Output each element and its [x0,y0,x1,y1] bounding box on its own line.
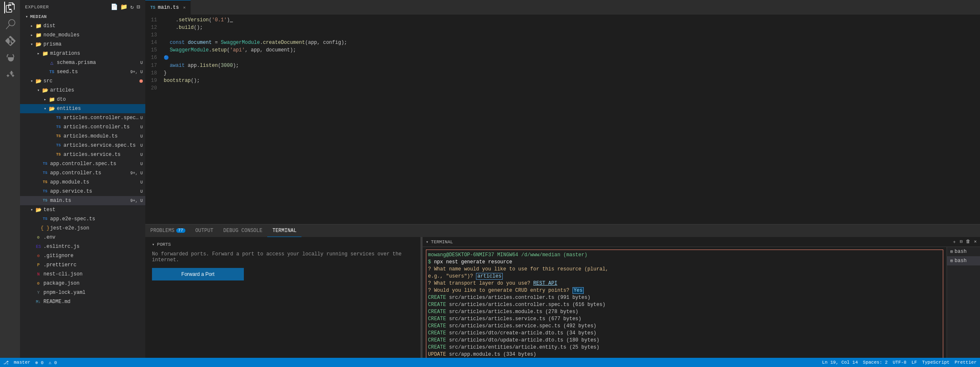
sidebar-item-prisma[interactable]: ▾ 📂 prisma [20,40,145,49]
terminal-create: CREATE [428,337,449,343]
terminal-file-path: src/articles/articles.service.ts (677 by… [449,316,581,322]
tree-label: articles.module.ts [63,133,140,139]
sidebar-item-readme[interactable]: M↓ README.md [20,297,145,306]
spacer [28,234,35,241]
add-terminal-icon[interactable]: ＋ [952,239,957,245]
terminal-create: CREATE [428,330,449,336]
tab-problems[interactable]: PROBLEMS 77 [145,224,190,237]
terminal-tab-bash-2[interactable]: ⊞ bash [947,256,980,265]
ts-icon: TS [55,142,62,149]
line-number: 20 [147,84,164,92]
new-folder-icon[interactable]: 📁 [120,3,128,10]
git-activity-icon[interactable] [4,35,16,47]
terminal-answer-rest: REST API [533,280,557,286]
tab-main-ts[interactable]: TS main.ts ✕ [145,0,191,15]
eslint-icon: ES [35,243,42,250]
sidebar-root[interactable]: ▾ MEDIAN [20,12,145,21]
forward-port-button[interactable]: Forward a Port [152,268,244,280]
folder-icon: 📁 [48,96,55,103]
tree-label: test [43,207,145,213]
tree-label: articles.service.spec.ts [63,143,140,148]
terminal-tab-bash-1[interactable]: ⊞ bash [947,247,980,256]
sidebar-item-package-json[interactable]: ⚙ package.json [20,279,145,288]
tree-label: seed.ts [57,69,130,75]
terminal-file-path: src/articles/dto/create-article.dto.ts (… [449,330,596,336]
spacer [48,133,55,140]
terminal-create: CREATE [428,309,449,315]
sidebar-item-prettierrc[interactable]: P .prettierrc [20,260,145,270]
code-line: 15 SwaggerModule.setup('api', app, docum… [145,46,980,54]
sidebar-item-articles[interactable]: ▾ 📂 articles [20,86,145,95]
close-icon[interactable]: ✕ [183,5,185,10]
tree-label: articles.service.ts [63,152,140,158]
sidebar-item-jest-e2e[interactable]: { } jest-e2e.json [20,224,145,233]
debug-activity-icon[interactable] [4,52,16,64]
spacer [28,271,35,278]
sidebar-item-node-modules[interactable]: ▸ 📁 node_modules [20,31,145,40]
close-panel-icon[interactable]: ✕ [974,239,977,245]
sidebar-item-migrations[interactable]: ▸ 📁 migrations [20,49,145,58]
code-text: const document = SwaggerModule.createDoc… [164,39,978,46]
folder-icon: 📁 [35,32,42,38]
split-terminal-icon[interactable]: ⊟ [960,239,963,245]
sidebar-item-app-e2e[interactable]: TS app.e2e-spec.ts [20,214,145,224]
editor-area: TS main.ts ✕ 11 .setVersion('0.1')_ 12 .… [145,0,980,358]
spacer [42,59,48,66]
errors-icon: ⊗ 0 [35,360,44,365]
terminal-icon: ⊞ [950,258,953,263]
terminal-file-path: src/articles/entities/article.entity.ts … [449,344,599,350]
root-label: MEDIAN [30,14,47,19]
refresh-icon[interactable]: ↻ [130,3,134,10]
sidebar-item-entities[interactable]: ▾ 📂 entities [20,104,145,113]
sidebar-item-dist[interactable]: ▸ 📁 dist [20,21,145,31]
prisma-icon: △ [48,59,55,66]
badge: U [140,180,143,185]
sidebar-item-env[interactable]: ⚙ .env [20,233,145,242]
sidebar-item-eslintrc[interactable]: ES .eslintrc.js [20,242,145,251]
spacer [48,142,55,149]
new-file-icon[interactable]: 📄 [111,3,118,10]
sidebar-item-articles-service-spec[interactable]: TS articles.service.spec.ts U [20,141,145,150]
sidebar-item-test[interactable]: ▾ 📂 test [20,205,145,214]
spacer [35,170,42,176]
tab-label: main.ts [158,5,179,10]
code-line: 14 const document = SwaggerModule.create… [145,39,980,46]
sidebar-item-app-controller-spec[interactable]: TS app.controller.spec.ts U [20,159,145,168]
sidebar-item-articles-module[interactable]: TS articles.module.ts U [20,132,145,141]
extensions-activity-icon[interactable] [4,69,16,80]
collapse-icon[interactable]: ⊟ [137,3,140,10]
search-activity-icon[interactable] [4,18,16,30]
tree-label: articles [50,87,145,93]
debug-console-label: DEBUG CONSOLE [223,228,263,234]
sidebar-item-app-controller[interactable]: TS app.controller.ts 9+, U [20,168,145,178]
tree-label: .eslintrc.js [43,244,145,250]
sidebar-item-src[interactable]: ▾ 📂 src [20,76,145,86]
sidebar-item-articles-controller[interactable]: TS articles.controller.ts U [20,122,145,132]
sidebar: EXPLORER 📄 📁 ↻ ⊟ ▾ MEDIAN ▸ 📁 dist [20,0,145,358]
terminal-body[interactable]: mowang@DESKTOP-6NMIF37 MINGW64 /d/www/me… [423,247,947,358]
sidebar-item-schema-prisma[interactable]: △ schema.prisma U [20,58,145,67]
folder-open-icon: 📂 [35,41,42,48]
tab-debug-console[interactable]: DEBUG CONSOLE [218,224,268,237]
sidebar-item-gitignore[interactable]: ⊙ .gitignore [20,251,145,260]
sidebar-item-nest-cli[interactable]: N nest-cli.json [20,270,145,279]
sidebar-item-articles-service[interactable]: TS articles.service.ts U [20,150,145,159]
sidebar-item-seed-ts[interactable]: TS seed.ts 9+, U [20,67,145,76]
tree-label: dto [57,97,145,102]
sidebar-item-app-service[interactable]: TS app.service.ts U [20,187,145,196]
sidebar-item-app-module[interactable]: TS app.module.ts U [20,178,145,187]
code-content: 11 .setVersion('0.1')_ 12 .build(); 13 1… [145,15,980,224]
sidebar-item-pnpm-lock[interactable]: Y pnpm-lock.yaml [20,288,145,297]
code-text: .build(); [164,24,978,31]
sidebar-item-articles-controller-spec[interactable]: TS articles.controller.spec.ts U [20,113,145,122]
tab-terminal[interactable]: TERMINAL [267,224,301,237]
spacer [28,280,35,287]
files-activity-icon[interactable] [4,2,16,13]
sidebar-item-main-ts[interactable]: TS main.ts 9+, U [20,196,145,205]
sidebar-item-dto[interactable]: ▸ 📁 dto [20,95,145,104]
terminal-file-path: src/articles/articles.module.ts (278 byt… [449,309,578,315]
tree-label: .prettierrc [43,262,145,268]
kill-terminal-icon[interactable]: 🗑 [966,239,970,245]
tab-output[interactable]: OUTPUT [190,224,218,237]
folder-icon: 📁 [42,50,48,57]
